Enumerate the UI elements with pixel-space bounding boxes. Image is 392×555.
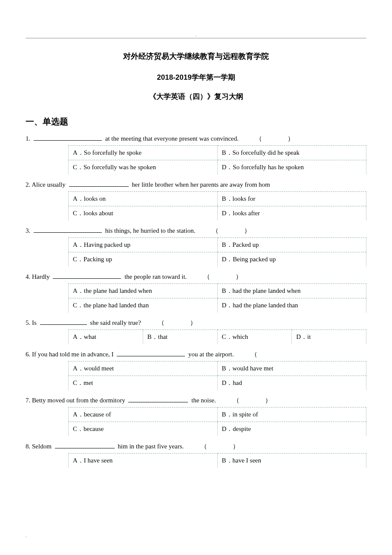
option-row: A．Having packed upB．Packed up (69, 238, 366, 252)
question: 8. Seldom him in the past five years.（） (26, 441, 366, 451)
option-cell: B．that (143, 330, 217, 344)
question-text-after: at the meeting that everyone present was… (104, 135, 239, 142)
option-cell: D．looks after (217, 206, 366, 221)
option-cell: B．had the plane landed when (217, 284, 366, 298)
blank-line (40, 324, 87, 325)
answer-paren: （） (256, 133, 294, 144)
blank-line (34, 232, 102, 233)
question-number: 5. (26, 319, 32, 326)
option-cell: A．would meet (69, 361, 218, 376)
option-cell: A．the plane had landed when (69, 284, 218, 298)
answer-paren: （） (204, 272, 242, 282)
page: . 对外经济贸易大学继续教育与远程教育学院 2018-2019学年第一学期 《大… (0, 0, 392, 555)
top-rule (26, 38, 366, 38)
options-table: A．whatB．thatC．whichD．it (68, 330, 366, 344)
option-cell: D．had (217, 376, 366, 390)
blank-line (55, 448, 115, 448)
questions-container: 1. at the meeting that everyone present … (26, 133, 366, 468)
question-text-before: Is (32, 319, 38, 326)
option-cell: B．So forcefully did he speak (217, 146, 366, 160)
option-cell: A．So forcefully he spoke (69, 146, 218, 160)
option-cell: D．So forcefully has he spoken (217, 160, 366, 175)
question-number: 6. (26, 351, 32, 358)
option-row: A．because ofB．in spite of (69, 408, 366, 422)
question: 2. Alice usually her little brother when… (26, 179, 366, 190)
option-row: C．becauseD．despite (69, 422, 366, 436)
question-text-before: Alice usually (32, 181, 67, 188)
option-cell: C．the plane had landed than (69, 298, 218, 313)
blank-line (69, 186, 129, 187)
option-row: A．looks onB．looks for (69, 192, 366, 206)
option-cell: A．what (69, 330, 143, 344)
question-text-after: you at the airport. (187, 351, 233, 358)
option-cell: C．So forcefully was he spoken (69, 160, 218, 175)
blank-line (117, 356, 185, 356)
option-cell: B．looks for (217, 192, 366, 206)
question: 1. at the meeting that everyone present … (26, 133, 366, 144)
question-text-after: the people ran toward it. (123, 273, 187, 280)
section-title: 一、单选题 (26, 116, 366, 127)
option-cell: B．in spite of (217, 408, 366, 422)
institution-header: 对外经济贸易大学继续教育与远程教育学院 (26, 51, 366, 61)
question-number: 4. (26, 273, 32, 280)
option-row: A．I have seenB．have I seen (69, 454, 366, 468)
answer-paren: （） (201, 441, 239, 451)
question-text-after: her little brother when her parents are … (130, 181, 270, 188)
question-text-after: the noise. (190, 397, 216, 404)
question-number: 3. (26, 227, 32, 234)
option-row: C．metD．had (69, 376, 366, 390)
bottom-marker: . (26, 533, 27, 538)
answer-paren: （） (233, 395, 271, 405)
blank-line (128, 402, 188, 402)
option-cell: B．would have met (217, 361, 366, 376)
option-cell: D．Being packed up (217, 252, 366, 267)
question-number: 1. (26, 135, 32, 142)
option-cell: D．despite (217, 422, 366, 436)
blank-line (53, 278, 121, 279)
options-table: A．the plane had landed whenB．had the pla… (68, 283, 366, 312)
option-cell: A．because of (69, 408, 218, 422)
question: 3. his things, he hurried to the station… (26, 225, 366, 236)
question-number: 7. (26, 397, 32, 404)
answer-paren: （） (158, 318, 196, 328)
option-cell: C．because (69, 422, 218, 436)
option-row: C．Packing upD．Being packed up (69, 252, 366, 267)
options-table: A．So forcefully he spokeB．So forcefully … (68, 145, 366, 174)
blank-line (34, 140, 102, 141)
options-table: A．would meetB．would have metC．metD．had (68, 361, 366, 390)
question-text-before: Hardly (32, 273, 51, 280)
question: 7. Betty moved out from the dormitory th… (26, 395, 366, 405)
options-table: A．looks onB．looks forC．looks aboutD．look… (68, 191, 366, 220)
option-row: A．would meetB．would have met (69, 361, 366, 376)
question-text-before: Betty moved out from the dormitory (32, 397, 127, 404)
question-text-after: his things, he hurried to the station. (104, 227, 195, 234)
top-marker: . (26, 32, 366, 37)
option-row: C．So forcefully was he spokenD．So forcef… (69, 160, 366, 175)
course-header: 《大学英语（四）》复习大纲 (26, 92, 366, 101)
option-row: A．So forcefully he spokeB．So forcefully … (69, 146, 366, 160)
option-cell: C．met (69, 376, 218, 390)
question-text-after: she said really true? (89, 319, 141, 326)
question: 5. Is she said really true?（） (26, 318, 366, 328)
option-cell: D．it (292, 330, 366, 344)
answer-paren: （） (212, 225, 251, 236)
term-header: 2018-2019学年第一学期 (26, 72, 366, 82)
options-table: A．I have seenB．have I seen (68, 453, 366, 468)
option-row: A．the plane had landed whenB．had the pla… (69, 284, 366, 298)
option-row: C．looks aboutD．looks after (69, 206, 366, 221)
question: 4. Hardly the people ran toward it.（） (26, 272, 366, 282)
question-number: 8. (26, 443, 32, 450)
option-cell: D．had the plane landed than (217, 298, 366, 313)
question-text-before: If you had told me in advance, I (32, 351, 115, 358)
question-text-after: him in the past five years. (116, 443, 184, 450)
option-cell: B．have I seen (217, 454, 366, 468)
options-table: A．Having packed upB．Packed upC．Packing u… (68, 237, 366, 266)
option-cell: C．Packing up (69, 252, 218, 267)
options-table: A．because ofB．in spite ofC．becauseD．desp… (68, 407, 366, 436)
option-cell: B．Packed up (217, 238, 366, 252)
answer-paren: （ (251, 349, 257, 359)
option-cell: A．I have seen (69, 454, 218, 468)
option-cell: A．Having packed up (69, 238, 218, 252)
option-row: C．the plane had landed thanD．had the pla… (69, 298, 366, 313)
option-cell: C．which (217, 330, 292, 344)
